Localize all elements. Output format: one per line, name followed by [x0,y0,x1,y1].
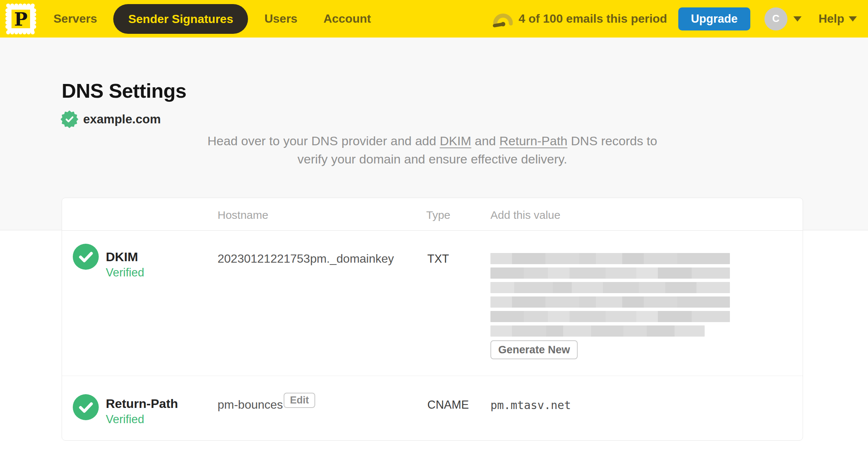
dkim-verified-check-icon [73,244,99,270]
logo-letter: P [14,9,27,30]
nav-item-sender-signatures-active[interactable]: Sender Signatures [113,4,248,34]
usage-counter: 4 of 100 emails this period [519,12,667,26]
return-path-verified-check-icon [73,394,99,420]
dkim-status-badge: Verified [106,266,144,279]
column-header-type: Type [426,209,450,221]
generate-new-button[interactable]: Generate New [490,340,578,359]
redacted-value-line [490,296,730,308]
redacted-value-line [490,282,730,293]
return-path-hostname: pm-bounces [218,398,283,412]
usage-gauge-icon [492,9,513,29]
return-path-record-name: Return-Path [106,396,178,411]
return-path-status-badge: Verified [106,413,144,426]
account-menu-caret-icon[interactable] [793,16,802,22]
redacted-value-line [490,267,730,279]
page-title: DNS Settings [62,79,186,102]
dns-instructions: Head over to your DNS provider and add D… [62,132,803,168]
column-header-hostname: Hostname [218,209,268,221]
help-menu[interactable]: Help [819,12,844,26]
redacted-value-line [490,325,705,337]
return-path-link[interactable]: Return-Path [499,134,567,148]
upgrade-button[interactable]: Upgrade [678,7,750,30]
dkim-link[interactable]: DKIM [440,134,471,148]
column-header-value: Add this value [490,209,560,221]
redacted-dkim-value [490,253,730,340]
navbar-right-cluster: 4 of 100 emails this period Upgrade C He… [492,7,857,30]
instructions-line1: Head over to your DNS provider and add D… [62,132,803,150]
table-row-divider [62,376,803,376]
dkim-record-type: TXT [427,252,449,266]
redacted-value-line [490,311,730,322]
nav-item-servers[interactable]: Servers [53,12,97,26]
return-path-value: pm.mtasv.net [490,399,571,412]
edit-return-path-button[interactable]: Edit [284,393,315,408]
return-path-record-type: CNAME [427,398,469,412]
help-menu-caret-icon[interactable] [849,16,857,22]
instructions-line2: verify your domain and ensure effective … [62,150,803,168]
postmark-logo[interactable]: P [5,3,36,35]
nav-item-account[interactable]: Account [323,12,371,26]
avatar[interactable]: C [764,7,787,30]
dkim-record-name: DKIM [106,250,138,264]
verified-seal-icon [61,110,78,128]
verified-domain: example.com [61,110,161,128]
dns-records-card: Hostname Type Add this value DKIM Verifi… [62,198,803,441]
dkim-hostname: 20230121221753pm._domainkey [218,252,394,266]
top-navbar: P Servers Sender Signatures Users Accoun… [0,0,868,38]
nav-item-users[interactable]: Users [264,12,297,26]
table-header-divider [62,230,803,231]
domain-name: example.com [83,112,161,126]
redacted-value-line [490,253,730,264]
